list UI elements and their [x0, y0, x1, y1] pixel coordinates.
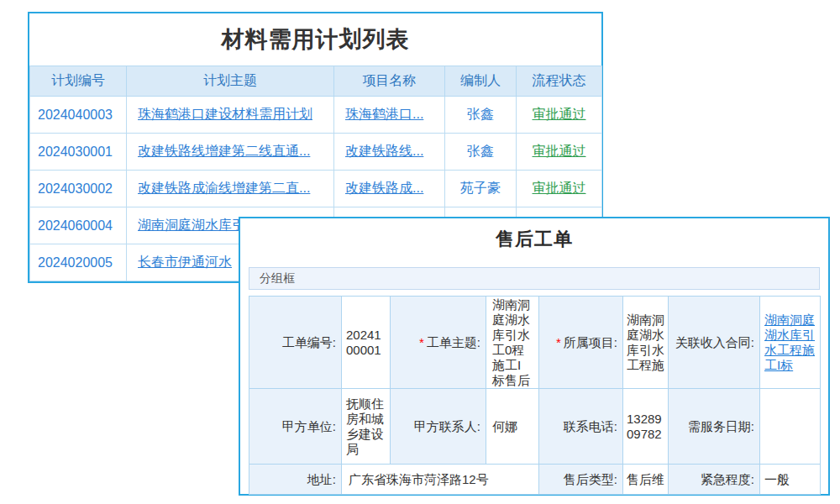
table-row: 2024030001 改建铁路线增建第二线直通... 改建铁路线... 张鑫 审…: [30, 134, 602, 171]
status-link[interactable]: 审批通过: [533, 144, 586, 158]
group-box-header: 分组框: [249, 267, 820, 290]
project-name-text[interactable]: 珠海鹤港口...: [345, 107, 423, 121]
work-order-title: 售后工单: [240, 228, 828, 250]
creator-cell: 张鑫: [445, 97, 517, 134]
urgency-label: 紧急程度:: [669, 465, 760, 495]
service-date-value: [760, 389, 821, 465]
material-plan-list-title: 材料需用计划列表: [29, 13, 601, 66]
plan-subject-text[interactable]: 改建铁路线增建第二线直通...: [138, 144, 310, 158]
status-link-cell[interactable]: 审批通过: [517, 134, 602, 171]
plan-no-cell[interactable]: 2024040003: [30, 97, 127, 134]
status-link-cell[interactable]: 审批通过: [517, 97, 602, 134]
form-row-2: 甲方单位: 抚顺住房和城乡建设局 甲方联系人: 何娜 联系电话: 1328909…: [249, 389, 821, 465]
form-row-1: 工单编号: 2024100001 *工单主题: 湖南洞庭湖水库引水工0程施工I标…: [249, 297, 821, 389]
form-row-3: 地址: 广东省珠海市菏泽路12号 售后类型: 售后维 紧急程度: 一般: [249, 465, 821, 495]
party-a-value: 抚顺住房和城乡建设局: [342, 389, 391, 465]
subject-label-text: 工单主题:: [427, 335, 480, 349]
project-name-text[interactable]: 改建铁路成...: [345, 181, 423, 195]
address-label: 地址:: [249, 465, 342, 495]
plan-subject-link[interactable]: 改建铁路成渝线增建第二直...: [127, 171, 334, 207]
required-asterisk: *: [556, 335, 561, 349]
table-row: 2024030002 改建铁路成渝线增建第二直... 改建铁路成... 苑子豪 …: [30, 171, 602, 207]
subject-value: 湖南洞庭湖水库引水工0程施工I标售后: [486, 297, 539, 389]
contract-label: 关联收入合同:: [669, 297, 760, 389]
plan-subject-text[interactable]: 珠海鹤港口建设材料需用计划: [138, 107, 312, 121]
address-value: 广东省珠海市菏泽路12号: [342, 465, 539, 495]
party-a-label: 甲方单位:: [249, 389, 342, 465]
project-label: *所属项目:: [539, 297, 623, 389]
project-value: 湖南洞庭湖水库引水工程施: [623, 297, 669, 389]
table-header-row: 计划编号 计划主题 项目名称 编制人 流程状态: [30, 66, 602, 97]
subject-label: *工单主题:: [391, 297, 486, 389]
work-order-form-table: 工单编号: 2024100001 *工单主题: 湖南洞庭湖水库引水工0程施工I标…: [249, 296, 821, 495]
required-asterisk: *: [419, 335, 424, 349]
column-header-status: 流程状态: [517, 66, 602, 97]
status-link[interactable]: 审批通过: [533, 107, 586, 121]
project-name-cell[interactable]: 改建铁路成...: [334, 171, 445, 207]
plan-no-cell[interactable]: 2024060004: [30, 207, 127, 244]
creator-cell: 张鑫: [445, 134, 517, 171]
after-sales-work-order-panel: 售后工单 分组框 工单编号: 2024100001 *工单主题: 湖南洞庭湖水库…: [239, 217, 830, 496]
column-header-creator: 编制人: [445, 66, 517, 97]
service-date-label: 需服务日期:: [669, 389, 760, 465]
project-name-cell[interactable]: 珠海鹤港口...: [334, 97, 445, 134]
project-label-text: 所属项目:: [564, 335, 617, 349]
plan-subject-link[interactable]: 改建铁路线增建第二线直通...: [127, 134, 334, 171]
order-no-value: 2024100001: [342, 297, 391, 389]
phone-value: 1328909782: [623, 389, 669, 465]
status-link[interactable]: 审批通过: [533, 181, 586, 195]
plan-subject-text[interactable]: 改建铁路成渝线增建第二直...: [138, 181, 310, 195]
urgency-value: 一般: [760, 465, 821, 495]
status-link-cell[interactable]: 审批通过: [517, 171, 602, 207]
order-no-label: 工单编号:: [249, 297, 342, 389]
phone-label: 联系电话:: [539, 389, 623, 465]
plan-no-cell[interactable]: 2024020005: [30, 244, 127, 281]
contract-link[interactable]: 湖南洞庭湖水库引水工程施工I标: [764, 312, 815, 372]
contact-value: 何娜: [486, 389, 539, 465]
column-header-project: 项目名称: [334, 66, 445, 97]
table-row: 2024040003 珠海鹤港口建设材料需用计划 珠海鹤港口... 张鑫 审批通…: [30, 97, 602, 134]
plan-no-cell[interactable]: 2024030002: [30, 171, 127, 207]
project-name-text[interactable]: 改建铁路线...: [345, 144, 423, 158]
contact-label: 甲方联系人:: [391, 389, 486, 465]
type-label: 售后类型:: [539, 465, 623, 495]
plan-subject-link[interactable]: 珠海鹤港口建设材料需用计划: [127, 97, 334, 134]
plan-no-cell[interactable]: 2024030001: [30, 134, 127, 171]
plan-subject-text[interactable]: 长春市伊通河水: [138, 255, 232, 269]
project-name-cell[interactable]: 改建铁路线...: [334, 134, 445, 171]
type-value: 售后维: [623, 465, 669, 495]
creator-cell: 苑子豪: [445, 171, 517, 207]
contract-value-cell[interactable]: 湖南洞庭湖水库引水工程施工I标: [760, 297, 821, 389]
column-header-plan-no: 计划编号: [30, 66, 127, 97]
column-header-subject: 计划主题: [127, 66, 334, 97]
